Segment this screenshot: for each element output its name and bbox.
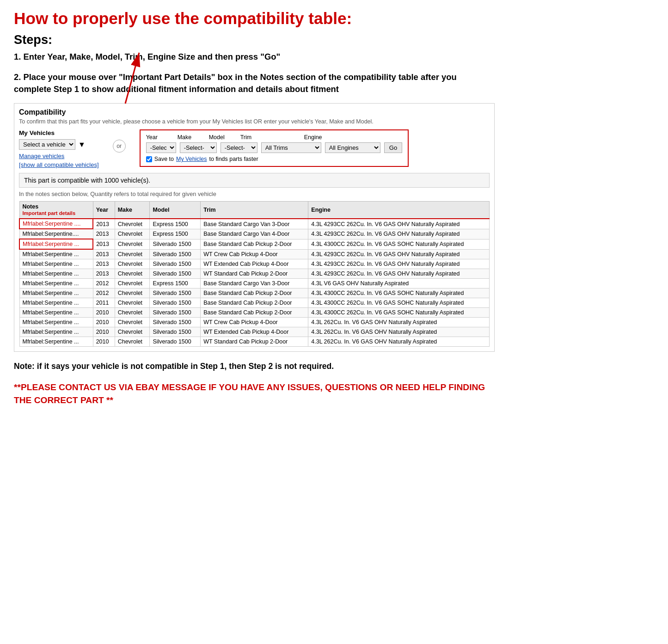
- table-row: Mfrlabel:Serpentine....2013ChevroletExpr…: [19, 229, 490, 239]
- table-row: Mfrlabel:Serpentine ...2013ChevroletSilv…: [19, 249, 490, 259]
- or-circle: or: [113, 140, 126, 153]
- engine-cell: 4.3L 4293CC 262Cu. In. V6 GAS OHV Natura…: [308, 229, 490, 239]
- col-year: Year: [93, 202, 115, 219]
- model-cell: Express 1500: [150, 219, 201, 229]
- trim-cell: WT Crew Cab Pickup 4-Door: [201, 249, 308, 259]
- trim-select[interactable]: All Trims: [261, 142, 321, 153]
- year-select[interactable]: -Select-: [146, 142, 176, 153]
- engine-cell: 4.3L 262Cu. In. V6 GAS OHV Naturally Asp…: [308, 318, 490, 327]
- engine-cell: 4.3L 262Cu. In. V6 GAS OHV Naturally Asp…: [308, 327, 490, 337]
- make-cell: Chevrolet: [115, 249, 150, 259]
- manage-vehicles-link[interactable]: Manage vehicles: [19, 153, 99, 159]
- table-row: Mfrlabel:Serpentine ...2011ChevroletSilv…: [19, 298, 490, 308]
- notes-cell: Mfrlabel:Serpentine ...: [19, 239, 93, 249]
- trim-cell: Base Standard Cab Pickup 2-Door: [201, 308, 308, 318]
- compatible-bar: This part is compatible with 1000 vehicl…: [19, 173, 490, 188]
- main-title: How to properly use the compatibility ta…: [14, 9, 495, 28]
- notes-cell: Mfrlabel:Serpentine ...: [19, 327, 93, 337]
- engine-cell: 4.3L 4300CC 262Cu. In. V6 GAS SOHC Natur…: [308, 239, 490, 249]
- model-cell: Silverado 1500: [150, 239, 201, 249]
- trim-cell: WT Standard Cab Pickup 2-Door: [201, 269, 308, 279]
- my-vehicles-link[interactable]: My Vehicles: [176, 156, 207, 162]
- col-model: Model: [150, 202, 201, 219]
- show-all-link[interactable]: [show all compatible vehicles]: [19, 161, 99, 168]
- model-cell: Silverado 1500: [150, 337, 201, 347]
- trim-cell: Base Standard Cargo Van 3-Door: [201, 219, 308, 229]
- trim-label: Trim: [240, 134, 300, 141]
- model-select[interactable]: -Select-: [221, 142, 257, 153]
- model-cell: Express 1500: [150, 279, 201, 288]
- engine-cell: 4.3L 4293CC 262Cu. In. V6 GAS OHV Natura…: [308, 259, 490, 269]
- col-make: Make: [115, 202, 150, 219]
- engine-cell: 4.3L 4300CC 262Cu. In. V6 GAS SOHC Natur…: [308, 288, 490, 298]
- col-notes: Notes Important part details: [19, 202, 93, 219]
- engine-cell: 4.3L 4300CC 262Cu. In. V6 GAS SOHC Natur…: [308, 308, 490, 318]
- make-select[interactable]: -Select-: [180, 142, 217, 153]
- year-cell: 2011: [93, 298, 115, 308]
- table-row: Mfrlabel:Serpentine ...2010ChevroletSilv…: [19, 337, 490, 347]
- model-cell: Express 1500: [150, 229, 201, 239]
- engine-cell: 4.3L 4300CC 262Cu. In. V6 GAS SOHC Natur…: [308, 298, 490, 308]
- compat-subtext: To confirm that this part fits your vehi…: [19, 118, 490, 125]
- model-cell: Silverado 1500: [150, 308, 201, 318]
- trim-cell: WT Extended Cab Pickup 4-Door: [201, 259, 308, 269]
- year-cell: 2013: [93, 259, 115, 269]
- save-checkbox[interactable]: [146, 156, 152, 162]
- vehicle-select[interactable]: Select a vehicle: [19, 139, 75, 150]
- table-row: Mfrlabel:Serpentine ...2010ChevroletSilv…: [19, 308, 490, 318]
- engine-cell: 4.3L 4293CC 262Cu. In. V6 GAS OHV Natura…: [308, 269, 490, 279]
- trim-cell: Base Standard Cargo Van 3-Door: [201, 279, 308, 288]
- step2-text: 2. Place your mouse over "Important Part…: [14, 71, 495, 95]
- col-engine: Engine: [308, 202, 490, 219]
- year-cell: 2013: [93, 229, 115, 239]
- year-label: Year: [146, 134, 174, 141]
- steps-title: Steps:: [14, 32, 495, 47]
- trim-cell: WT Standard Cab Pickup 2-Door: [201, 337, 308, 347]
- year-cell: 2010: [93, 337, 115, 347]
- notes-cell: Mfrlabel:Serpentine ...: [19, 259, 93, 269]
- year-cell: 2013: [93, 269, 115, 279]
- table-row: Mfrlabel:Serpentine ...2012ChevroletExpr…: [19, 279, 490, 288]
- year-cell: 2010: [93, 327, 115, 337]
- model-cell: Silverado 1500: [150, 259, 201, 269]
- notes-cell: Mfrlabel:Serpentine ...: [19, 337, 93, 347]
- notes-cell: Mfrlabel:Serpentine ...: [19, 269, 93, 279]
- make-cell: Chevrolet: [115, 269, 150, 279]
- compatibility-table: Notes Important part details Year Make M…: [19, 201, 490, 347]
- engine-select[interactable]: All Engines: [325, 142, 380, 153]
- make-cell: Chevrolet: [115, 279, 150, 288]
- trim-cell: WT Crew Cab Pickup 4-Door: [201, 318, 308, 327]
- notes-text: In the notes section below, Quantity ref…: [19, 190, 490, 197]
- make-cell: Chevrolet: [115, 327, 150, 337]
- year-cell: 2013: [93, 219, 115, 229]
- step1-text: 1. Enter Year, Make, Model, Trim, Engine…: [14, 51, 495, 63]
- model-cell: Silverado 1500: [150, 288, 201, 298]
- go-button[interactable]: Go: [384, 142, 403, 153]
- col-trim: Trim: [201, 202, 308, 219]
- trim-cell: Base Standard Cargo Van 4-Door: [201, 229, 308, 239]
- make-cell: Chevrolet: [115, 288, 150, 298]
- make-label: Make: [178, 134, 205, 141]
- notes-cell: Mfrlabel:Serpentine ...: [19, 308, 93, 318]
- year-cell: 2013: [93, 249, 115, 259]
- notes-cell: Mfrlabel:Serpentine ....: [19, 219, 93, 229]
- engine-label: Engine: [304, 134, 360, 141]
- my-vehicles-section: My Vehicles Select a vehicle ▼ Manage ve…: [19, 129, 99, 168]
- make-cell: Chevrolet: [115, 219, 150, 229]
- ymm-section: Year Make Model Trim Engine -Select- -Se…: [140, 129, 409, 167]
- notes-cell: Mfrlabel:Serpentine....: [19, 229, 93, 239]
- table-row: Mfrlabel:Serpentine ....2013ChevroletExp…: [19, 219, 490, 229]
- save-suffix: to finds parts faster: [209, 156, 258, 162]
- model-cell: Silverado 1500: [150, 269, 201, 279]
- make-cell: Chevrolet: [115, 337, 150, 347]
- model-cell: Silverado 1500: [150, 327, 201, 337]
- my-vehicles-label: My Vehicles: [19, 129, 99, 136]
- table-row: Mfrlabel:Serpentine ...2013ChevroletSilv…: [19, 239, 490, 249]
- year-cell: 2010: [93, 318, 115, 327]
- make-cell: Chevrolet: [115, 318, 150, 327]
- compatibility-section: Compatibility To confirm that this part …: [14, 103, 495, 352]
- notes-cell: Mfrlabel:Serpentine ...: [19, 318, 93, 327]
- engine-cell: 4.3L 4293CC 262Cu. In. V6 GAS OHV Natura…: [308, 219, 490, 229]
- notes-cell: Mfrlabel:Serpentine ...: [19, 249, 93, 259]
- engine-cell: 4.3L 4293CC 262Cu. In. V6 GAS OHV Natura…: [308, 249, 490, 259]
